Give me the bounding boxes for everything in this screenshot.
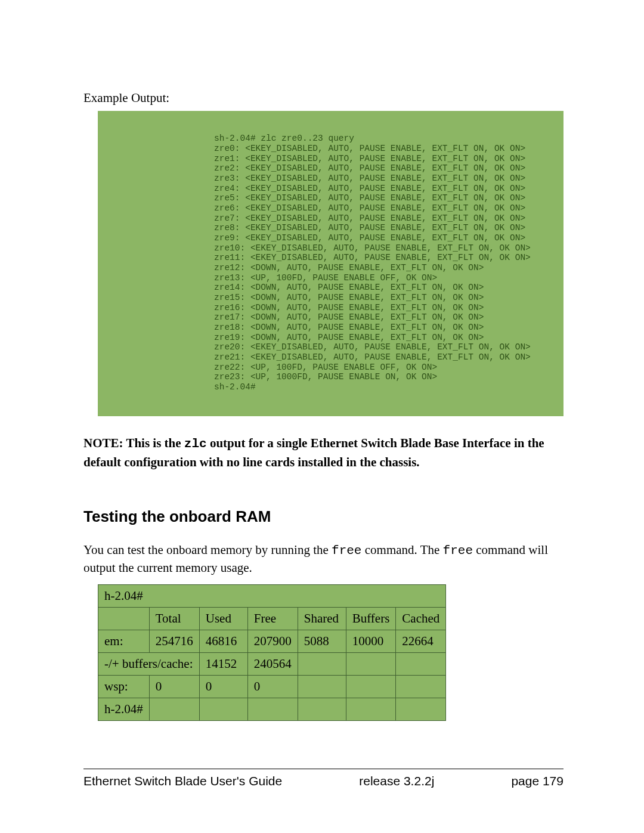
row-wsp-total: 0	[149, 676, 199, 698]
footer-guide-title: Ethernet Switch Blade User's Guide	[83, 774, 282, 788]
row-bc-empty3	[396, 653, 446, 676]
page-footer: Ethernet Switch Blade User's Guide relea…	[83, 774, 564, 788]
row-em-used: 46816	[199, 630, 247, 653]
note-paragraph: NOTE: This is the zlc output for a singl…	[83, 434, 564, 472]
row-bc-empty1	[298, 653, 346, 676]
footer-page-number: page 179	[511, 774, 564, 788]
empty-cell	[396, 698, 446, 721]
row-bc-empty2	[346, 653, 396, 676]
row-wsp-label: wsp:	[98, 676, 150, 698]
row-em-label: em:	[98, 630, 150, 653]
empty-cell	[247, 698, 298, 721]
header-total: Total	[149, 608, 199, 630]
header-cached: Cached	[396, 608, 446, 630]
table-row: h-2.04#	[98, 585, 446, 608]
zlc-output-block: sh-2.04# zlc zre0..23 query zre0: <EKEY_…	[98, 111, 564, 416]
row-em-buffers: 10000	[346, 630, 396, 653]
prompt-cell-end: h-2.04#	[98, 698, 150, 721]
prompt-cell: h-2.04#	[98, 585, 446, 608]
row-em-total: 254716	[149, 630, 199, 653]
row-wsp-empty1	[298, 676, 346, 698]
empty-cell	[199, 698, 247, 721]
row-wsp-used: 0	[199, 676, 247, 698]
zlc-output-pre: sh-2.04# zlc zre0..23 query zre0: <EKEY_…	[214, 134, 552, 392]
p1b: command. The	[361, 543, 442, 557]
row-wsp-free: 0	[247, 676, 298, 698]
p1-code1: free	[332, 544, 361, 558]
header-used: Used	[199, 608, 247, 630]
row-em-shared: 5088	[298, 630, 346, 653]
empty-cell	[346, 698, 396, 721]
row-em-cached: 22664	[396, 630, 446, 653]
table-row: h-2.04#	[98, 698, 446, 721]
header-buffers: Buffers	[346, 608, 396, 630]
row-wsp-empty2	[346, 676, 396, 698]
table-row: em: 254716 46816 207900 5088 10000 22664	[98, 630, 446, 653]
note-prefix: NOTE: This is the	[83, 436, 184, 450]
example-output-label: Example Output:	[83, 89, 564, 106]
empty-cell	[298, 698, 346, 721]
section-heading-testing-ram: Testing the onboard RAM	[83, 507, 564, 526]
free-output-table: h-2.04# Total Used Free Shared Buffers C…	[98, 584, 446, 721]
header-free: Free	[247, 608, 298, 630]
footer-release-label: release 3.2.2j	[359, 774, 434, 788]
table-row: Total Used Free Shared Buffers Cached	[98, 608, 446, 630]
row-wsp-empty3	[396, 676, 446, 698]
row-bc-label: -/+ buffers/cache:	[98, 653, 200, 676]
empty-cell	[149, 698, 199, 721]
table-row: -/+ buffers/cache: 14152 240564	[98, 653, 446, 676]
p1-code2: free	[443, 544, 473, 558]
note-code: zlc	[184, 437, 207, 451]
row-bc-used: 14152	[199, 653, 247, 676]
p1a: You can test the onboard memory by runni…	[83, 543, 332, 557]
header-blank	[98, 608, 150, 630]
header-shared: Shared	[298, 608, 346, 630]
row-bc-free: 240564	[247, 653, 298, 676]
row-em-free: 207900	[247, 630, 298, 653]
table-row: wsp: 0 0 0	[98, 676, 446, 698]
footer-rule	[83, 769, 564, 769]
ram-test-paragraph: You can test the onboard memory by runni…	[83, 541, 564, 577]
